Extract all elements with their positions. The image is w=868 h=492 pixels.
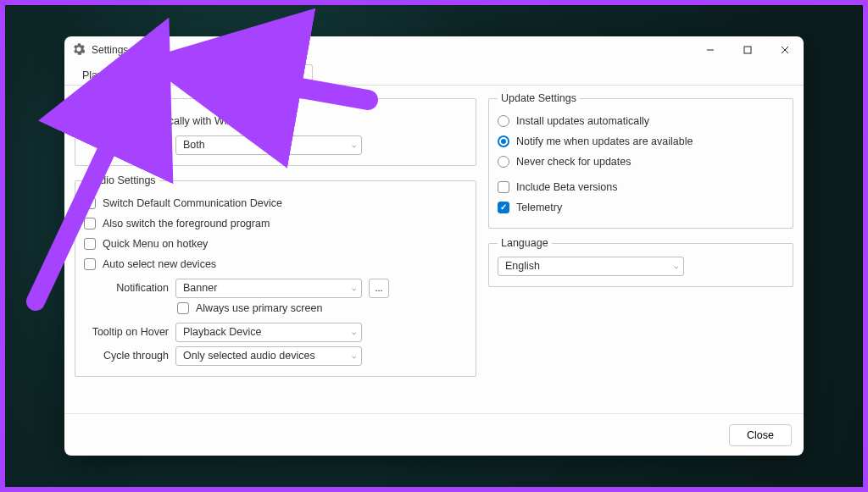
notification-browse-button[interactable]: ... — [369, 279, 389, 298]
tooltip-label: Tooltip on Hover — [84, 326, 169, 338]
language-legend: Language — [498, 237, 552, 249]
include-beta-checkbox[interactable] — [498, 181, 509, 193]
titlebar: Settings — [64, 36, 804, 64]
minimize-button[interactable] — [692, 37, 729, 63]
tab-bar: Playback Recording Profiles Settings — [64, 64, 804, 86]
include-beta-label: Include Beta versions — [516, 181, 618, 193]
update-radio-never-label: Never check for updates — [516, 156, 632, 168]
update-settings-legend: Update Settings — [498, 92, 580, 104]
language-select[interactable]: English ⌵ — [498, 257, 684, 276]
close-button[interactable]: Close — [729, 424, 792, 446]
auto-select-label: Auto select new devices — [103, 258, 216, 270]
settings-window: Settings Playback Recording Profiles Set… — [64, 36, 804, 456]
update-settings-group: Update Settings Install updates automati… — [488, 92, 793, 229]
basic-settings-legend: Basic Settings — [84, 92, 158, 104]
chevron-down-icon: ⌵ — [674, 262, 678, 270]
content-area: Basic Settings Start automatically with … — [64, 86, 804, 413]
systray-select[interactable]: Both ⌵ — [175, 135, 362, 155]
tab-settings[interactable]: Settings — [255, 64, 312, 86]
notification-select[interactable]: Banner ⌵ — [175, 279, 362, 298]
auto-select-checkbox[interactable] — [84, 258, 96, 270]
also-foreground-label: Also switch the foreground program — [103, 218, 270, 229]
quick-menu-checkbox[interactable] — [84, 238, 96, 250]
tab-recording[interactable]: Recording — [135, 64, 202, 86]
audio-settings-group: Audio Settings Switch Default Communicat… — [75, 174, 476, 377]
start-auto-label: Start automatically with Windows — [103, 115, 258, 127]
switch-comm-label: Switch Default Communication Device — [103, 197, 282, 209]
always-primary-checkbox[interactable] — [177, 302, 189, 314]
tooltip-select[interactable]: Playback Device ⌵ — [175, 323, 362, 342]
update-radio-notify-label: Notify me when updates are available — [516, 135, 693, 147]
systray-value: Both — [183, 139, 205, 151]
also-foreground-checkbox[interactable] — [84, 218, 96, 229]
notification-label: Notification — [84, 282, 169, 294]
update-radio-auto[interactable] — [498, 115, 509, 127]
language-group: Language English ⌵ — [488, 237, 793, 287]
tooltip-value: Playback Device — [183, 326, 261, 338]
quick-menu-label: Quick Menu on hotkey — [103, 238, 208, 250]
systray-label: Systray Icon — [84, 139, 169, 151]
always-primary-label: Always use primary screen — [196, 302, 322, 314]
basic-settings-group: Basic Settings Start automatically with … — [75, 92, 476, 166]
footer: Close — [64, 413, 804, 456]
chevron-down-icon: ⌵ — [352, 351, 356, 360]
chevron-down-icon: ⌵ — [352, 141, 356, 149]
tab-playback[interactable]: Playback — [73, 64, 135, 86]
close-window-button[interactable] — [766, 37, 804, 63]
update-radio-notify[interactable] — [498, 135, 509, 147]
cycle-value: Only selected audio devices — [183, 350, 315, 362]
tab-profiles[interactable]: Profiles — [202, 64, 256, 86]
audio-settings-legend: Audio Settings — [84, 174, 159, 186]
window-title: Settings — [92, 44, 128, 56]
chevron-down-icon: ⌵ — [352, 328, 356, 336]
start-auto-checkbox[interactable] — [84, 115, 96, 127]
update-radio-never[interactable] — [498, 156, 509, 168]
maximize-button[interactable] — [729, 37, 766, 63]
telemetry-label: Telemetry — [516, 202, 562, 213]
notification-value: Banner — [183, 282, 217, 294]
telemetry-checkbox[interactable] — [498, 202, 509, 213]
cycle-label: Cycle through — [84, 350, 169, 362]
language-value: English — [505, 260, 540, 272]
gear-icon — [73, 43, 85, 58]
switch-comm-checkbox[interactable] — [84, 197, 96, 209]
chevron-down-icon: ⌵ — [352, 284, 356, 292]
cycle-select[interactable]: Only selected audio devices ⌵ — [175, 346, 362, 366]
update-radio-auto-label: Install updates automatically — [516, 115, 649, 127]
svg-rect-1 — [744, 47, 751, 53]
